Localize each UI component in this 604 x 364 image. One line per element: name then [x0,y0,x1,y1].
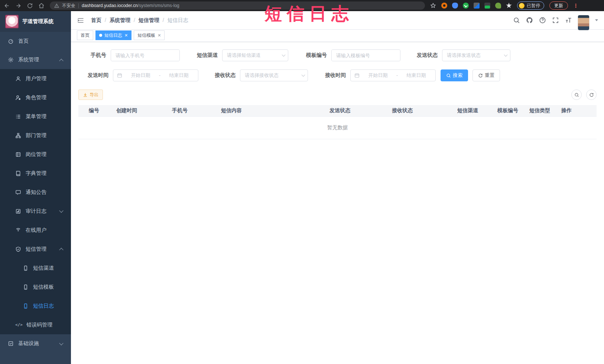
active-dot-icon [99,34,102,37]
code-icon: </> [15,322,22,327]
sms-log-table: 编号 创建时间 手机号 短信内容 发送状态 接收状态 短信渠道 模板编号 短信类… [78,105,597,139]
search-label: 搜索 [453,72,462,79]
close-icon[interactable]: ✕ [124,33,128,38]
receive-time-range-picker[interactable]: 开始日期 - 结束日期 [350,69,436,81]
search-button[interactable]: 搜索 [441,69,468,81]
field-label: 手机号 [91,52,106,59]
filter-channel: 短信渠道 请选择短信渠道 [197,49,288,61]
send-status-select[interactable]: 请选择发送状态 [442,49,510,61]
tab-label: 首页 [81,32,90,39]
help-icon[interactable] [539,17,546,24]
sidebar-item-post-mgmt[interactable]: 岗位管理 [0,145,71,164]
chevron-down-icon [302,73,305,77]
filter-template: 模板编号 [306,49,400,61]
sidebar-item-sms-mgmt[interactable]: 短信管理 [0,240,71,259]
filter-send-status: 发送状态 请选择发送状态 [417,49,510,61]
receive-status-select[interactable]: 请选择接收状态 [240,69,308,81]
start-date-placeholder: 开始日期 [363,72,393,79]
sidebar-item-online-users[interactable]: 在线用户 [0,221,71,240]
end-date-placeholder: 结束日期 [163,72,194,79]
sidebar-item-menu-mgmt[interactable]: 菜单管理 [0,107,71,126]
chevron-down-icon [59,208,63,212]
field-label: 接收状态 [215,72,236,79]
hamburger-icon[interactable] [77,17,84,24]
breadcrumb-system-mgmt[interactable]: 系统管理 [105,17,130,24]
channel-select[interactable]: 请选择短信渠道 [222,49,288,61]
user-icon [15,76,21,82]
breadcrumb-sms-log: 短信日志 [163,17,188,24]
user-avatar[interactable] [578,15,589,30]
sidebar-item-dept-mgmt[interactable]: 部门管理 [0,126,71,145]
calendar-icon [354,73,360,78]
url-text[interactable]: dashboard.yudao.iocoder.cn/system/sms/sm… [82,3,179,8]
empty-text: 暂无数据 [327,124,348,131]
sidebar-item-home[interactable]: 首页 [0,32,71,51]
phone-icon [23,284,29,290]
sidebar-item-system-mgmt[interactable]: 系统管理 [0,51,71,69]
extension-blue-icon[interactable] [452,3,458,9]
reload-icon[interactable] [27,3,33,9]
refresh-table-button[interactable] [586,90,597,100]
home-icon[interactable] [38,3,45,9]
extension-leaf-icon[interactable] [495,3,501,9]
close-icon[interactable]: ✕ [158,33,161,38]
security-label[interactable]: 不安全 [62,3,75,9]
field-label: 短信渠道 [197,52,218,59]
post-badge-icon [15,152,21,157]
export-button[interactable]: 导出 [78,90,103,100]
sidebar-item-infrastructure[interactable]: 基础设施 [0,334,71,353]
tab-home[interactable]: 首页 [77,30,93,40]
breadcrumb: 首页 系统管理 短信管理 短信日志 [91,17,188,24]
template-input[interactable] [332,50,400,61]
browser-menu-icon[interactable]: ⋮ [573,3,577,9]
sidebar-item-error-code[interactable]: </> 错误码管理 [0,315,71,334]
profile-paused-badge[interactable]: 已暂停 [517,1,544,10]
tab-sms-log[interactable]: 短信日志 ✕ [95,30,131,40]
sidebar-item-sms-log[interactable]: 短信日志 [0,296,71,315]
address-bar[interactable]: 不安全 dashboard.yudao.iocoder.cn/system/sm… [50,1,425,10]
filter-send-time: 发送时间 开始日期 - 结束日期 [88,69,198,81]
phone-input[interactable] [111,50,179,61]
send-time-range-picker[interactable]: 开始日期 - 结束日期 [113,69,198,81]
tags-view-bar: 首页 短信日志 ✕ 短信模板 ✕ [71,30,604,42]
field-label: 发送状态 [417,52,438,59]
select-placeholder: 请选择发送状态 [447,52,481,59]
browser-chrome: 不安全 dashboard.yudao.iocoder.cn/system/sm… [0,0,604,11]
forward-icon[interactable] [15,3,22,9]
browser-update-button[interactable]: 更新 [549,1,568,10]
reset-button[interactable]: 重置 [473,69,500,81]
font-size-icon[interactable] [565,17,572,24]
github-icon[interactable] [526,17,533,24]
filter-actions: 搜索 重置 [441,69,500,81]
table-header-row: 编号 创建时间 手机号 短信内容 发送状态 接收状态 短信渠道 模板编号 短信类… [78,105,597,117]
breadcrumb-sms-mgmt[interactable]: 短信管理 [134,17,159,24]
extension-grid-icon[interactable] [474,3,480,9]
sidebar-item-sms-channel[interactable]: 短信渠道 [0,259,71,277]
extension-on-badge-icon[interactable] [484,3,490,9]
app-logo-row[interactable]: 芋道管理系统 [0,11,71,32]
gear-icon [8,57,14,63]
column-header-content: 短信内容 [217,107,325,114]
omnibox-divider [78,3,79,8]
sidebar-item-audit-log[interactable]: 审计日志 [0,202,71,221]
breadcrumb-home[interactable]: 首页 [91,17,101,24]
sidebar-item-role-mgmt[interactable]: 角色管理 [0,88,71,107]
extension-orange-icon[interactable] [441,3,447,9]
extensions-puzzle-icon[interactable] [506,3,512,9]
bookmark-star-icon[interactable] [430,3,436,9]
sidebar: 芋道管理系统 首页 系统管理 用户管理 角色管理 菜单管理 [0,11,71,364]
back-icon[interactable] [4,3,10,9]
sidebar-item-notice[interactable]: 通知公告 [0,183,71,202]
chevron-down-icon[interactable] [595,19,598,21]
search-icon[interactable] [513,17,520,24]
column-header-type: 短信类型 [525,107,557,114]
calendar-icon [117,73,122,78]
sidebar-item-user-mgmt[interactable]: 用户管理 [0,69,71,88]
fullscreen-icon[interactable] [552,17,559,24]
sidebar-item-dict-mgmt[interactable]: 字典管理 [0,164,71,183]
sidebar-item-sms-template[interactable]: 短信模板 [0,277,71,296]
toggle-search-button[interactable] [571,90,582,100]
tab-sms-template[interactable]: 短信模板 ✕ [134,30,165,40]
column-header-template: 模板编号 [493,107,525,114]
extension-green-check-icon[interactable] [463,3,469,9]
